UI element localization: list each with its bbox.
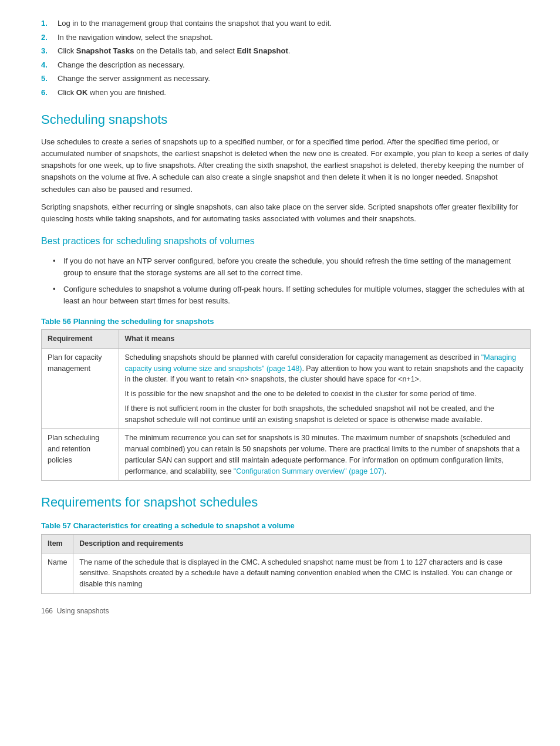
best-practices-heading: Best practices for scheduling snapshots … [41, 234, 531, 248]
step-5: 5. Change the server assignment as neces… [41, 73, 531, 85]
step-text-3: Click Snapshot Tasks on the Details tab,… [58, 45, 290, 57]
table57-cell-desc-1: The name of the schedule that is display… [73, 553, 531, 593]
scheduling-snapshots-heading: Scheduling snapshots [41, 110, 531, 129]
step-2: 2. In the navigation window, select the … [41, 32, 531, 43]
table57-col-description: Description and requirements [73, 534, 531, 553]
step-num-6: 6. [41, 87, 55, 99]
step-num-5: 5. [41, 73, 55, 85]
scheduling-snapshots-para1: Use schedules to create a series of snap… [41, 136, 531, 195]
step-num-4: 4. [41, 59, 55, 71]
step-num-3: 3. [41, 45, 55, 57]
bullet-item-2: Configure schedules to snapshot a volume… [53, 283, 531, 307]
table-56: Requirement What it means Plan for capac… [41, 329, 531, 481]
table56-detail-1-p1: Scheduling snapshots should be planned w… [125, 352, 524, 385]
table56-col-meaning: What it means [119, 330, 530, 349]
bullet-text-1: If you do not have an NTP server configu… [63, 255, 531, 279]
link-config-summary[interactable]: "Configuration Summary overview" (page 1… [234, 467, 384, 475]
step-text-4: Change the description as necessary. [58, 59, 185, 71]
scheduling-snapshots-section: Scheduling snapshots Use schedules to cr… [41, 110, 531, 225]
scheduling-snapshots-para2: Scripting snapshots, either recurring or… [41, 201, 531, 225]
table56-detail-1-p2: It is possible for the new snapshot and … [125, 389, 524, 400]
table56-cell-detail-2: The minimum recurrence you can set for s… [119, 429, 530, 481]
step-6: 6. Click OK when you are finished. [41, 87, 531, 99]
requirements-section: Requirements for snapshot schedules Tabl… [41, 492, 531, 594]
table-57: Item Description and requirements Name T… [41, 534, 531, 594]
table56-row-2: Plan scheduling and retention policies T… [42, 429, 531, 481]
step-3: 3. Click Snapshot Tasks on the Details t… [41, 45, 531, 57]
footer-text: Using snapshots [57, 607, 109, 615]
table56-row-1: Plan for capacity management Scheduling … [42, 348, 531, 429]
table57-title: Table 57 Characteristics for creating a … [41, 520, 531, 532]
link-managing-capacity[interactable]: "Managing capacity using volume size and… [125, 353, 517, 373]
numbered-steps: 1. Log in to the management group that c… [41, 18, 531, 98]
bullet-text-2: Configure schedules to snapshot a volume… [63, 283, 531, 307]
page-footer: 166 Using snapshots [41, 606, 531, 616]
table56-detail-1-p3: If there is not sufficient room in the c… [125, 403, 524, 426]
step-4: 4. Change the description as necessary. [41, 59, 531, 71]
table56-detail-2-p1: The minimum recurrence you can set for s… [125, 433, 524, 477]
table56-col-requirement: Requirement [42, 330, 119, 349]
table56-header-row: Requirement What it means [42, 330, 531, 349]
bullet-item-1: If you do not have an NTP server configu… [53, 255, 531, 279]
step-num-1: 1. [41, 18, 55, 29]
step-text-1: Log in to the management group that cont… [58, 18, 332, 29]
table56-title: Table 56 Planning the scheduling for sna… [41, 316, 531, 328]
table57-header-row: Item Description and requirements [42, 534, 531, 553]
table56-cell-req-2: Plan scheduling and retention policies [42, 429, 119, 481]
step-text-5: Change the server assignment as necessar… [58, 73, 210, 85]
table57-row-1: Name The name of the schedule that is di… [42, 553, 531, 593]
step-text-2: In the navigation window, select the sna… [58, 32, 213, 43]
table56-cell-req-1: Plan for capacity management [42, 348, 119, 429]
table57-col-item: Item [42, 534, 73, 553]
table57-cell-item-1: Name [42, 553, 73, 593]
table56-cell-detail-1: Scheduling snapshots should be planned w… [119, 348, 530, 429]
best-practices-section: Best practices for scheduling snapshots … [41, 234, 531, 481]
requirements-heading: Requirements for snapshot schedules [41, 492, 531, 512]
step-num-2: 2. [41, 32, 55, 43]
page-number: 166 [41, 607, 53, 615]
step-1: 1. Log in to the management group that c… [41, 18, 531, 29]
best-practices-bullets: If you do not have an NTP server configu… [53, 255, 531, 308]
step-text-6: Click OK when you are finished. [58, 87, 166, 99]
